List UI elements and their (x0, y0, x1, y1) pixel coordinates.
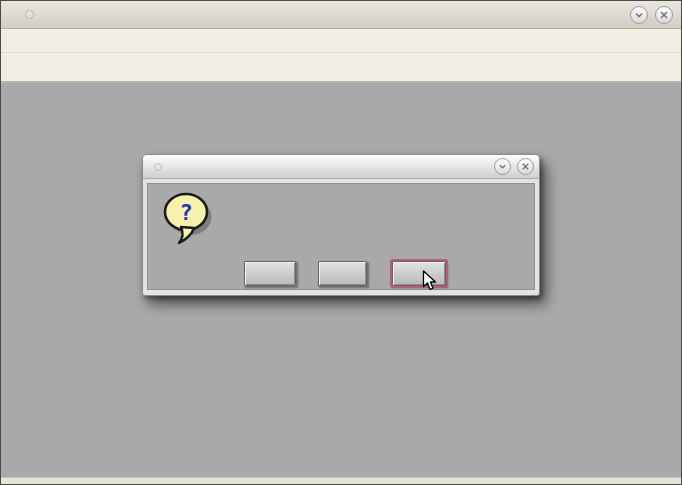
dialog-close-icon[interactable] (517, 158, 534, 175)
mouse-cursor (422, 270, 438, 296)
svg-text:?: ? (179, 200, 192, 225)
close-icon[interactable] (655, 6, 673, 24)
minimize-icon[interactable] (630, 6, 648, 24)
menu-bar (1, 29, 681, 53)
dialog-titlebar[interactable] (143, 155, 539, 179)
dialog-body: ? (147, 183, 535, 290)
easyconsole-window: ? (0, 0, 682, 485)
db-button[interactable] (318, 261, 367, 286)
dialog-minimize-icon[interactable] (494, 158, 511, 175)
window-titlebar[interactable] (1, 1, 681, 29)
question-bubble-icon: ? (161, 188, 213, 254)
results-printout-dialog: ? (142, 154, 540, 296)
window-bottom-edge (1, 477, 682, 484)
res-button[interactable] (244, 261, 296, 286)
window-menu-icon[interactable] (25, 10, 34, 19)
dialog-menu-icon[interactable] (154, 163, 162, 171)
toolbar (1, 53, 681, 83)
